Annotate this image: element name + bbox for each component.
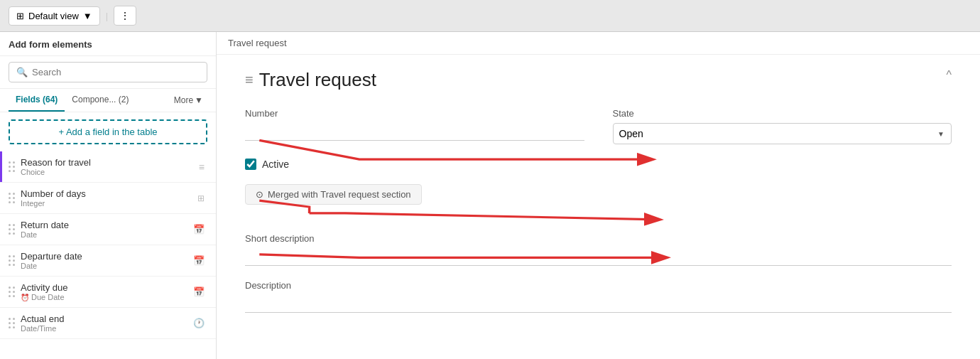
- form-area: ≡ Travel request ^ Number State Open Clo…: [217, 55, 980, 359]
- form-title: ≡ Travel request: [245, 69, 376, 91]
- tabs-row: Fields (64) Compone... (2) More ▼: [0, 89, 216, 112]
- field-item-number-of-days[interactable]: Number of days Integer ⊞: [0, 183, 216, 214]
- state-select[interactable]: Open Closed In Progress: [613, 123, 952, 144]
- datetime-icon[interactable]: 🕐: [190, 316, 207, 330]
- number-label: Number: [245, 108, 584, 119]
- right-panel: Travel request: [217, 32, 980, 359]
- top-bar: ⊞ Default view ▼ | ⋮: [0, 0, 980, 32]
- field-type: ⏰ Due Date: [21, 293, 190, 301]
- merged-icon: ⊙: [256, 189, 263, 200]
- state-field: State Open Closed In Progress: [613, 108, 952, 144]
- search-input-wrap: 🔍: [9, 62, 207, 82]
- calendar-icon[interactable]: 📅: [190, 254, 207, 267]
- search-icon: 🔍: [16, 67, 28, 77]
- left-panel: Add form elements 🔍 Fields (64) Compone.…: [0, 32, 217, 359]
- panel-title: Add form elements: [0, 32, 216, 56]
- add-field-button[interactable]: + Add a field in the table: [9, 119, 207, 144]
- main-layout: Add form elements 🔍 Fields (64) Compone.…: [0, 32, 980, 359]
- view-icon: ⊞: [16, 11, 24, 21]
- drag-handle[interactable]: [9, 161, 15, 172]
- form-title-icon: ≡: [245, 72, 254, 88]
- field-name: Activity due: [21, 282, 190, 293]
- number-field: Number: [245, 108, 584, 141]
- drag-handle[interactable]: [9, 318, 15, 328]
- drag-handle[interactable]: [9, 286, 15, 297]
- default-view-label: Default view: [28, 11, 79, 21]
- merged-section-badge: ⊙ Merged with Travel request section: [245, 184, 422, 205]
- desc-input[interactable]: [245, 295, 952, 313]
- field-item-activity-due[interactable]: Activity due ⏰ Due Date 📅: [0, 277, 216, 308]
- drag-handle[interactable]: [9, 255, 15, 266]
- field-info: Departure date Date: [21, 251, 190, 270]
- merged-label: Merged with Travel request section: [268, 189, 411, 200]
- field-type: Date/Time: [21, 324, 190, 333]
- merged-section-wrap: ⊙ Merged with Travel request section: [245, 184, 952, 219]
- tab-more[interactable]: More ▼: [170, 90, 207, 111]
- state-select-wrap: Open Closed In Progress: [613, 123, 952, 144]
- field-name: Reason for travel: [21, 157, 196, 168]
- breadcrumb: Travel request: [217, 32, 980, 55]
- divider: |: [106, 11, 108, 21]
- field-action-icon[interactable]: ≡: [196, 160, 207, 174]
- field-item-return-date[interactable]: Return date Date 📅: [0, 214, 216, 245]
- dropdown-arrow-icon: ▼: [83, 11, 92, 21]
- field-info: Actual end Date/Time: [21, 314, 190, 333]
- short-desc-input[interactable]: [245, 248, 952, 266]
- accent-bar: [0, 151, 2, 182]
- tab-components[interactable]: Compone... (2): [65, 89, 136, 112]
- active-checkbox[interactable]: [245, 159, 256, 170]
- field-info: Reason for travel Choice: [21, 157, 196, 176]
- search-input[interactable]: [32, 67, 200, 77]
- field-list: Reason for travel Choice ≡ Number of day…: [0, 151, 216, 359]
- field-type: Date: [21, 262, 190, 270]
- number-state-row: Number State Open Closed In Progress: [245, 108, 952, 144]
- calendar-icon[interactable]: 📅: [190, 285, 207, 299]
- field-name: Departure date: [21, 251, 190, 262]
- drag-handle[interactable]: [9, 224, 15, 235]
- search-bar: 🔍: [0, 56, 216, 89]
- more-dropdown-icon: ▼: [195, 95, 203, 105]
- field-info: Activity due ⏰ Due Date: [21, 282, 190, 301]
- description-field: Description: [245, 280, 952, 313]
- form-title-row: ≡ Travel request ^: [245, 69, 952, 91]
- short-desc-label: Short description: [245, 233, 952, 244]
- active-checkbox-row: Active: [245, 159, 952, 170]
- field-item-departure-date[interactable]: Departure date Date 📅: [0, 245, 216, 277]
- state-label: State: [613, 108, 952, 119]
- active-label: Active: [262, 159, 289, 170]
- drag-handle[interactable]: [9, 193, 15, 203]
- short-description-field: Short description: [245, 233, 952, 266]
- number-input[interactable]: [245, 123, 584, 141]
- field-name: Number of days: [21, 188, 195, 199]
- field-info: Number of days Integer: [21, 188, 195, 208]
- field-item-actual-end[interactable]: Actual end Date/Time 🕐: [0, 308, 216, 339]
- field-action-icon[interactable]: ⊞: [195, 192, 207, 205]
- desc-label: Description: [245, 280, 952, 291]
- field-name: Return date: [21, 220, 190, 230]
- collapse-button[interactable]: ^: [946, 69, 952, 82]
- calendar-icon[interactable]: 📅: [190, 223, 207, 236]
- tab-fields[interactable]: Fields (64): [9, 89, 65, 112]
- field-type: Integer: [21, 199, 195, 208]
- field-info: Return date Date: [21, 220, 190, 239]
- field-item-reason-for-travel[interactable]: Reason for travel Choice ≡: [0, 151, 216, 183]
- default-view-button[interactable]: ⊞ Default view ▼: [9, 6, 100, 26]
- more-options-icon: ⋮: [120, 10, 130, 21]
- field-type: Choice: [21, 168, 196, 176]
- field-name: Actual end: [21, 314, 190, 324]
- field-type: Date: [21, 230, 190, 239]
- more-options-button[interactable]: ⋮: [114, 6, 136, 26]
